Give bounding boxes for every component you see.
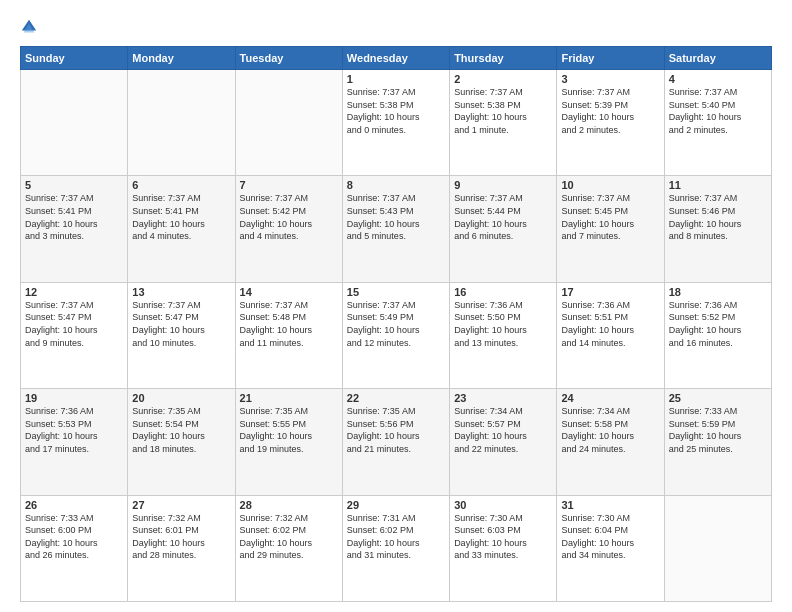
day-info: Sunrise: 7:35 AM Sunset: 5:54 PM Dayligh… (132, 405, 230, 455)
weekday-header: Tuesday (235, 47, 342, 70)
day-info: Sunrise: 7:35 AM Sunset: 5:56 PM Dayligh… (347, 405, 445, 455)
day-info: Sunrise: 7:37 AM Sunset: 5:44 PM Dayligh… (454, 192, 552, 242)
calendar-cell: 17Sunrise: 7:36 AM Sunset: 5:51 PM Dayli… (557, 282, 664, 388)
day-number: 7 (240, 179, 338, 191)
calendar-cell (21, 70, 128, 176)
calendar-cell: 26Sunrise: 7:33 AM Sunset: 6:00 PM Dayli… (21, 495, 128, 601)
calendar-cell: 6Sunrise: 7:37 AM Sunset: 5:41 PM Daylig… (128, 176, 235, 282)
calendar-week-row: 12Sunrise: 7:37 AM Sunset: 5:47 PM Dayli… (21, 282, 772, 388)
day-info: Sunrise: 7:34 AM Sunset: 5:58 PM Dayligh… (561, 405, 659, 455)
day-number: 18 (669, 286, 767, 298)
day-info: Sunrise: 7:37 AM Sunset: 5:49 PM Dayligh… (347, 299, 445, 349)
day-info: Sunrise: 7:35 AM Sunset: 5:55 PM Dayligh… (240, 405, 338, 455)
day-info: Sunrise: 7:36 AM Sunset: 5:52 PM Dayligh… (669, 299, 767, 349)
day-info: Sunrise: 7:37 AM Sunset: 5:38 PM Dayligh… (454, 86, 552, 136)
day-info: Sunrise: 7:33 AM Sunset: 6:00 PM Dayligh… (25, 512, 123, 562)
calendar-cell: 14Sunrise: 7:37 AM Sunset: 5:48 PM Dayli… (235, 282, 342, 388)
calendar-cell: 2Sunrise: 7:37 AM Sunset: 5:38 PM Daylig… (450, 70, 557, 176)
day-info: Sunrise: 7:37 AM Sunset: 5:38 PM Dayligh… (347, 86, 445, 136)
day-number: 14 (240, 286, 338, 298)
day-info: Sunrise: 7:32 AM Sunset: 6:01 PM Dayligh… (132, 512, 230, 562)
calendar-cell (664, 495, 771, 601)
day-number: 6 (132, 179, 230, 191)
calendar-cell: 28Sunrise: 7:32 AM Sunset: 6:02 PM Dayli… (235, 495, 342, 601)
day-number: 8 (347, 179, 445, 191)
calendar-cell: 8Sunrise: 7:37 AM Sunset: 5:43 PM Daylig… (342, 176, 449, 282)
page: SundayMondayTuesdayWednesdayThursdayFrid… (0, 0, 792, 612)
calendar-cell: 24Sunrise: 7:34 AM Sunset: 5:58 PM Dayli… (557, 389, 664, 495)
calendar-cell: 29Sunrise: 7:31 AM Sunset: 6:02 PM Dayli… (342, 495, 449, 601)
day-number: 31 (561, 499, 659, 511)
day-number: 16 (454, 286, 552, 298)
day-number: 1 (347, 73, 445, 85)
day-info: Sunrise: 7:37 AM Sunset: 5:47 PM Dayligh… (25, 299, 123, 349)
day-number: 3 (561, 73, 659, 85)
weekday-header: Thursday (450, 47, 557, 70)
day-info: Sunrise: 7:37 AM Sunset: 5:47 PM Dayligh… (132, 299, 230, 349)
weekday-header: Sunday (21, 47, 128, 70)
calendar-cell: 20Sunrise: 7:35 AM Sunset: 5:54 PM Dayli… (128, 389, 235, 495)
day-info: Sunrise: 7:37 AM Sunset: 5:41 PM Dayligh… (132, 192, 230, 242)
day-info: Sunrise: 7:37 AM Sunset: 5:45 PM Dayligh… (561, 192, 659, 242)
calendar-cell: 4Sunrise: 7:37 AM Sunset: 5:40 PM Daylig… (664, 70, 771, 176)
calendar-cell: 27Sunrise: 7:32 AM Sunset: 6:01 PM Dayli… (128, 495, 235, 601)
day-number: 15 (347, 286, 445, 298)
calendar-cell: 19Sunrise: 7:36 AM Sunset: 5:53 PM Dayli… (21, 389, 128, 495)
calendar-table: SundayMondayTuesdayWednesdayThursdayFrid… (20, 46, 772, 602)
day-number: 19 (25, 392, 123, 404)
day-number: 17 (561, 286, 659, 298)
day-info: Sunrise: 7:33 AM Sunset: 5:59 PM Dayligh… (669, 405, 767, 455)
day-info: Sunrise: 7:37 AM Sunset: 5:40 PM Dayligh… (669, 86, 767, 136)
day-info: Sunrise: 7:30 AM Sunset: 6:03 PM Dayligh… (454, 512, 552, 562)
calendar-cell: 12Sunrise: 7:37 AM Sunset: 5:47 PM Dayli… (21, 282, 128, 388)
calendar-week-row: 5Sunrise: 7:37 AM Sunset: 5:41 PM Daylig… (21, 176, 772, 282)
day-number: 22 (347, 392, 445, 404)
day-number: 23 (454, 392, 552, 404)
calendar-cell: 10Sunrise: 7:37 AM Sunset: 5:45 PM Dayli… (557, 176, 664, 282)
day-number: 27 (132, 499, 230, 511)
day-number: 11 (669, 179, 767, 191)
calendar-cell: 21Sunrise: 7:35 AM Sunset: 5:55 PM Dayli… (235, 389, 342, 495)
logo-icon (20, 18, 38, 36)
day-number: 2 (454, 73, 552, 85)
day-number: 29 (347, 499, 445, 511)
day-number: 21 (240, 392, 338, 404)
calendar-cell (128, 70, 235, 176)
calendar-week-row: 19Sunrise: 7:36 AM Sunset: 5:53 PM Dayli… (21, 389, 772, 495)
day-info: Sunrise: 7:32 AM Sunset: 6:02 PM Dayligh… (240, 512, 338, 562)
day-number: 4 (669, 73, 767, 85)
calendar-header-row: SundayMondayTuesdayWednesdayThursdayFrid… (21, 47, 772, 70)
day-number: 12 (25, 286, 123, 298)
calendar-cell (235, 70, 342, 176)
calendar-cell: 13Sunrise: 7:37 AM Sunset: 5:47 PM Dayli… (128, 282, 235, 388)
calendar-cell: 1Sunrise: 7:37 AM Sunset: 5:38 PM Daylig… (342, 70, 449, 176)
day-number: 13 (132, 286, 230, 298)
day-info: Sunrise: 7:37 AM Sunset: 5:43 PM Dayligh… (347, 192, 445, 242)
weekday-header: Monday (128, 47, 235, 70)
day-number: 28 (240, 499, 338, 511)
weekday-header: Friday (557, 47, 664, 70)
weekday-header: Wednesday (342, 47, 449, 70)
day-number: 5 (25, 179, 123, 191)
logo (20, 18, 42, 36)
day-number: 25 (669, 392, 767, 404)
calendar-cell: 9Sunrise: 7:37 AM Sunset: 5:44 PM Daylig… (450, 176, 557, 282)
calendar-cell: 7Sunrise: 7:37 AM Sunset: 5:42 PM Daylig… (235, 176, 342, 282)
day-info: Sunrise: 7:36 AM Sunset: 5:50 PM Dayligh… (454, 299, 552, 349)
calendar-cell: 25Sunrise: 7:33 AM Sunset: 5:59 PM Dayli… (664, 389, 771, 495)
day-number: 9 (454, 179, 552, 191)
day-info: Sunrise: 7:37 AM Sunset: 5:48 PM Dayligh… (240, 299, 338, 349)
calendar-cell: 23Sunrise: 7:34 AM Sunset: 5:57 PM Dayli… (450, 389, 557, 495)
calendar-cell: 5Sunrise: 7:37 AM Sunset: 5:41 PM Daylig… (21, 176, 128, 282)
calendar-cell: 15Sunrise: 7:37 AM Sunset: 5:49 PM Dayli… (342, 282, 449, 388)
weekday-header: Saturday (664, 47, 771, 70)
calendar-cell: 31Sunrise: 7:30 AM Sunset: 6:04 PM Dayli… (557, 495, 664, 601)
day-info: Sunrise: 7:36 AM Sunset: 5:51 PM Dayligh… (561, 299, 659, 349)
calendar-cell: 30Sunrise: 7:30 AM Sunset: 6:03 PM Dayli… (450, 495, 557, 601)
day-number: 20 (132, 392, 230, 404)
day-info: Sunrise: 7:37 AM Sunset: 5:42 PM Dayligh… (240, 192, 338, 242)
day-number: 24 (561, 392, 659, 404)
calendar-cell: 18Sunrise: 7:36 AM Sunset: 5:52 PM Dayli… (664, 282, 771, 388)
day-info: Sunrise: 7:36 AM Sunset: 5:53 PM Dayligh… (25, 405, 123, 455)
day-info: Sunrise: 7:37 AM Sunset: 5:39 PM Dayligh… (561, 86, 659, 136)
